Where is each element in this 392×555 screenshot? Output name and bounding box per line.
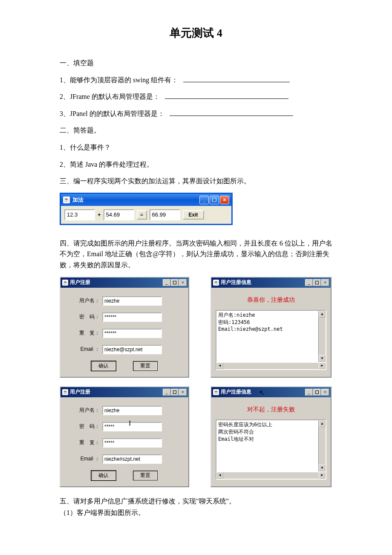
- password-input[interactable]: [102, 312, 162, 322]
- operand2-input[interactable]: [104, 209, 134, 220]
- q3-text: 3、JPanel 的的默认布局管理器是：: [60, 110, 164, 117]
- username-input[interactable]: [102, 406, 162, 415]
- q3: 3、JPanel 的的默认布局管理器是：: [60, 108, 332, 119]
- password-label: 密 码：: [69, 313, 102, 321]
- q2-2: 2、简述 Java 的事件处理过程。: [60, 159, 332, 170]
- info-textarea[interactable]: 密码长度应该为6位以上 两次密码不符合 Email地址不对 ▲ ▼: [216, 419, 326, 472]
- close-button[interactable]: ×: [179, 389, 187, 396]
- username-label: 用户名：: [69, 297, 102, 304]
- section-5-sub1: （1）客户端界面如图所示。: [60, 507, 332, 518]
- scroll-down-icon[interactable]: ▼: [319, 465, 326, 471]
- page-title: 单元测试 4: [0, 26, 392, 40]
- info-titlebar[interactable]: ☕ 用户注册信息 _ ×: [211, 387, 331, 397]
- q1-text: 1、能够作为顶层容器的 swing 组件有：: [60, 76, 178, 84]
- exit-button[interactable]: Exit: [183, 210, 204, 220]
- ok-button[interactable]: 确认: [91, 361, 116, 371]
- reset-button[interactable]: 重置: [133, 361, 158, 371]
- addition-title: 加法: [72, 196, 84, 204]
- email-input[interactable]: [102, 454, 162, 464]
- minimize-button[interactable]: _: [163, 389, 170, 396]
- reset-button[interactable]: 重置: [133, 471, 158, 480]
- horizontal-scrollbar[interactable]: ◄ ►: [216, 362, 326, 370]
- scroll-left-icon[interactable]: ◄: [216, 472, 223, 479]
- scroll-up-icon[interactable]: ▲: [319, 420, 326, 427]
- close-button[interactable]: ×: [220, 196, 229, 204]
- q2-1: 1、什么是事件？: [60, 142, 332, 153]
- java-icon: ☕: [213, 280, 219, 286]
- java-icon: ☕: [62, 389, 68, 395]
- horizontal-scrollbar[interactable]: ◄ ►: [216, 471, 326, 480]
- scroll-right-icon[interactable]: ►: [319, 472, 326, 479]
- maximize-button[interactable]: [313, 279, 321, 286]
- repeat-label: 重 复：: [69, 330, 102, 337]
- repeat-label: 重 复：: [69, 439, 102, 446]
- username-label: 用户名：: [69, 407, 102, 414]
- equals-button[interactable]: =: [137, 210, 147, 220]
- info-titlebar[interactable]: ☕ 用户注册信息 _ ×: [211, 278, 331, 288]
- java-icon: ☕: [213, 389, 219, 395]
- ok-button[interactable]: 确认: [91, 471, 116, 480]
- fail-message: 对不起，注册失败: [216, 406, 326, 413]
- close-button[interactable]: ×: [321, 389, 329, 396]
- success-message: 恭喜你，注册成功: [216, 296, 326, 304]
- maximize-button[interactable]: [210, 196, 219, 204]
- register-window-success: ☕ 用户注册 _ × 用户名： 密 码：: [60, 277, 189, 378]
- maximize-button[interactable]: [313, 389, 321, 396]
- q1: 1、能够作为顶层容器的 swing 组件有：: [60, 75, 332, 86]
- addition-titlebar[interactable]: ☕ 加法 _ ×: [61, 194, 231, 206]
- email-label: Email ：: [69, 455, 102, 462]
- section-5-heading: 五、请对多用户信息广播系统进行修改，实现"聊天系统"。: [60, 496, 332, 507]
- info-title: 用户注册信息: [221, 279, 251, 286]
- repeat-input[interactable]: [102, 438, 162, 448]
- q2-blank: [165, 92, 288, 99]
- password-input[interactable]: [102, 422, 162, 431]
- java-icon: ☕: [63, 197, 70, 203]
- close-button[interactable]: ×: [179, 279, 187, 286]
- minimize-button[interactable]: _: [305, 389, 313, 396]
- vertical-scrollbar[interactable]: ▲ ▼: [318, 311, 326, 362]
- info-textarea-content: 用户名:niezhe 密码:123456 Email:niezhe@szpt.n…: [216, 311, 318, 362]
- info-textarea-content: 密码长度应该为6位以上 两次密码不符合 Email地址不对: [216, 420, 318, 471]
- operand1-input[interactable]: [64, 209, 95, 220]
- minimize-button[interactable]: _: [163, 279, 170, 286]
- info-title: 用户注册信息: [221, 388, 251, 396]
- close-button[interactable]: ×: [321, 279, 329, 286]
- scroll-up-icon[interactable]: ▲: [319, 311, 326, 318]
- register-titlebar[interactable]: ☕ 用户注册 _ ×: [61, 387, 188, 397]
- register-title: 用户注册: [70, 279, 90, 286]
- vertical-scrollbar[interactable]: ▲ ▼: [318, 420, 326, 471]
- q2-text: 2、JFrame 的默认布局管理器是：: [60, 93, 160, 100]
- section-3-heading: 三、编一程序实现两个实数的加法运算，其界面设计如图所示。: [60, 176, 332, 187]
- result-input[interactable]: [150, 209, 180, 220]
- maximize-button[interactable]: [171, 389, 179, 396]
- q1-blank: [183, 75, 290, 82]
- register-window-fail: ☕ 用户注册 _ × 用户名： 密 码：: [60, 386, 189, 487]
- minimize-button[interactable]: _: [199, 196, 209, 204]
- plus-label: +: [98, 211, 101, 218]
- email-label: Email ：: [69, 346, 102, 353]
- username-input[interactable]: [102, 296, 162, 306]
- minimize-button[interactable]: _: [305, 279, 313, 286]
- q2: 2、JFrame 的默认布局管理器是：: [60, 91, 332, 102]
- maximize-button[interactable]: [171, 279, 179, 286]
- register-title: 用户注册: [70, 388, 90, 396]
- section-4-heading: 四、请完成如图所示的用户注册程序。当两次密码输入相同，并且长度在 6 位以上，用…: [60, 238, 332, 271]
- addition-body: + = Exit: [61, 206, 231, 224]
- scroll-right-icon[interactable]: ►: [319, 362, 326, 369]
- register-titlebar[interactable]: ☕ 用户注册 _ ×: [61, 278, 188, 288]
- addition-window: ☕ 加法 _ × + = Exit: [60, 193, 233, 225]
- scroll-left-icon[interactable]: ◄: [216, 362, 223, 369]
- info-window-success: ☕ 用户注册信息 _ × 恭喜你，注册成功 用户名:niezhe 密码:1234…: [210, 277, 331, 378]
- info-window-fail: ☕ 用户注册信息 _ × ↖ 对不起，注册失败 密码长度应该为6位以上 两次密码…: [210, 386, 331, 487]
- java-icon: ☕: [62, 280, 68, 286]
- email-input[interactable]: [102, 345, 162, 354]
- q3-blank: [170, 109, 293, 116]
- info-textarea[interactable]: 用户名:niezhe 密码:123456 Email:niezhe@szpt.n…: [216, 310, 326, 363]
- scroll-down-icon[interactable]: ▼: [319, 355, 326, 362]
- section-2-heading: 二、简答题。: [60, 125, 332, 136]
- password-label: 密 码：: [69, 423, 102, 430]
- repeat-input[interactable]: [102, 329, 162, 338]
- section-1-heading: 一、填空题: [60, 58, 332, 69]
